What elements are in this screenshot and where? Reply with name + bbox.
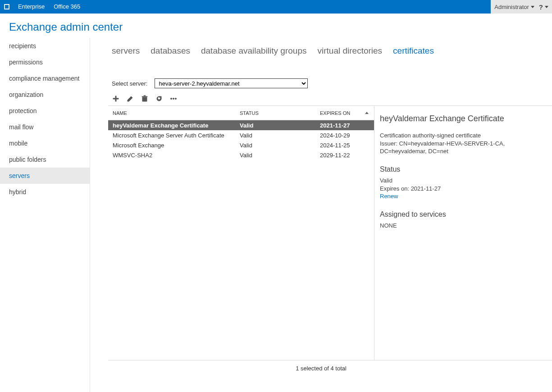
top-tab-office365[interactable]: Office 365	[49, 0, 85, 14]
ellipsis-icon	[170, 95, 177, 102]
refresh-icon	[155, 95, 163, 102]
main-area: servers databases database availability …	[90, 38, 552, 392]
sidebar-item-servers[interactable]: servers	[0, 168, 90, 184]
content-split: NAME STATUS EXPIRES ON heyValdemar Excha…	[108, 105, 552, 360]
cell-name: WMSVC-SHA2	[108, 152, 240, 159]
cell-name: Microsoft Exchange Server Auth Certifica…	[108, 132, 240, 139]
cell-status: Valid	[240, 132, 320, 139]
help-menu[interactable]: ?	[539, 3, 548, 11]
svg-point-4	[175, 98, 177, 100]
col-header-status[interactable]: STATUS	[240, 110, 320, 116]
tab-virtual-directories[interactable]: virtual directories	[317, 46, 382, 56]
help-icon: ?	[539, 3, 543, 11]
grid-area: NAME STATUS EXPIRES ON heyValdemar Excha…	[108, 106, 374, 360]
refresh-button[interactable]	[155, 95, 163, 103]
top-tab-enterprise[interactable]: Enterprise	[14, 0, 49, 14]
trash-icon	[141, 95, 148, 102]
sidebar-item-protection[interactable]: protection	[0, 103, 90, 119]
more-button[interactable]	[169, 95, 178, 103]
sub-tabs: servers databases database availability …	[90, 38, 552, 65]
detail-issuer: Issuer: CN=heyvaldemar-HEVA-SERVER-1-CA,…	[380, 140, 547, 155]
server-select-row: Select server: heva-server-2.heyvaldemar…	[90, 65, 552, 88]
sidebar-item-recipients[interactable]: recipients	[0, 38, 90, 54]
sidebar-item-hybrid[interactable]: hybrid	[0, 184, 90, 200]
detail-status-heading: Status	[380, 164, 547, 174]
cell-expires: 2024-10-29	[320, 132, 374, 139]
sidebar-item-organization[interactable]: organization	[0, 87, 90, 103]
status-line: 1 selected of 4 total	[90, 360, 552, 372]
table-row[interactable]: Microsoft Exchange Server Auth Certifica…	[108, 130, 374, 140]
detail-expires-on: Expires on: 2021-11-27	[380, 185, 547, 193]
pencil-icon	[127, 95, 134, 102]
tab-dag[interactable]: database availability groups	[201, 46, 307, 56]
plus-icon	[112, 95, 119, 102]
cell-name: heyValdemar Exchange Certificate	[108, 122, 240, 129]
sidebar-item-permissions[interactable]: permissions	[0, 54, 90, 70]
user-menu[interactable]: Administrator	[494, 4, 534, 10]
table-row[interactable]: WMSVC-SHA2 Valid 2029-11-22	[108, 150, 374, 160]
col-header-expires[interactable]: EXPIRES ON	[320, 110, 374, 116]
detail-assigned-heading: Assigned to services	[380, 210, 547, 219]
svg-point-3	[173, 98, 174, 100]
cell-expires: 2024-11-25	[320, 142, 374, 149]
svg-point-2	[171, 98, 172, 100]
caret-down-icon	[545, 6, 548, 8]
sidebar: recipients permissions compliance manage…	[0, 38, 90, 392]
sidebar-item-mobile[interactable]: mobile	[0, 135, 90, 151]
cell-expires: 2029-11-22	[320, 152, 374, 159]
cell-status: Valid	[240, 152, 320, 159]
tab-databases[interactable]: databases	[151, 46, 190, 56]
office-logo-icon	[0, 3, 14, 10]
edit-button[interactable]	[126, 95, 134, 103]
col-header-name[interactable]: NAME	[108, 110, 240, 116]
tab-servers[interactable]: servers	[112, 46, 140, 56]
renew-link[interactable]: Renew	[380, 192, 547, 201]
user-label: Administrator	[494, 4, 529, 10]
sidebar-item-mail-flow[interactable]: mail flow	[0, 119, 90, 135]
server-select-label: Select server:	[112, 80, 147, 87]
grid-header: NAME STATUS EXPIRES ON	[108, 106, 374, 120]
server-select[interactable]: heva-server-2.heyvaldemar.net	[155, 78, 308, 88]
table-row[interactable]: heyValdemar Exchange Certificate Valid 2…	[108, 120, 374, 130]
svg-rect-1	[5, 5, 9, 9]
sidebar-item-compliance[interactable]: compliance management	[0, 70, 90, 87]
page-title: Exchange admin center	[0, 14, 552, 38]
top-bar: Enterprise Office 365 Administrator ?	[0, 0, 552, 14]
detail-status-value: Valid	[380, 177, 547, 185]
top-right: Administrator ?	[491, 0, 552, 14]
delete-button[interactable]	[141, 95, 149, 103]
cell-name: Microsoft Exchange	[108, 142, 240, 149]
cell-status: Valid	[240, 122, 320, 129]
sidebar-item-public-folders[interactable]: public folders	[0, 151, 90, 168]
caret-down-icon	[531, 6, 534, 8]
detail-pane: heyValdemar Exchange Certificate Certifi…	[374, 106, 552, 360]
cell-expires: 2021-11-27	[320, 122, 374, 129]
tab-certificates[interactable]: certificates	[393, 46, 434, 56]
table-row[interactable]: Microsoft Exchange Valid 2024-11-25	[108, 140, 374, 150]
detail-title: heyValdemar Exchange Certificate	[380, 114, 547, 123]
detail-cert-type: Certification authority-signed certifica…	[380, 132, 547, 140]
top-tabs: Enterprise Office 365	[14, 0, 85, 14]
sort-asc-icon	[365, 112, 369, 114]
cell-status: Valid	[240, 142, 320, 149]
add-button[interactable]	[112, 95, 120, 103]
toolbar	[90, 88, 552, 105]
col-header-expires-label: EXPIRES ON	[320, 110, 350, 116]
detail-assigned-value: NONE	[380, 222, 547, 230]
